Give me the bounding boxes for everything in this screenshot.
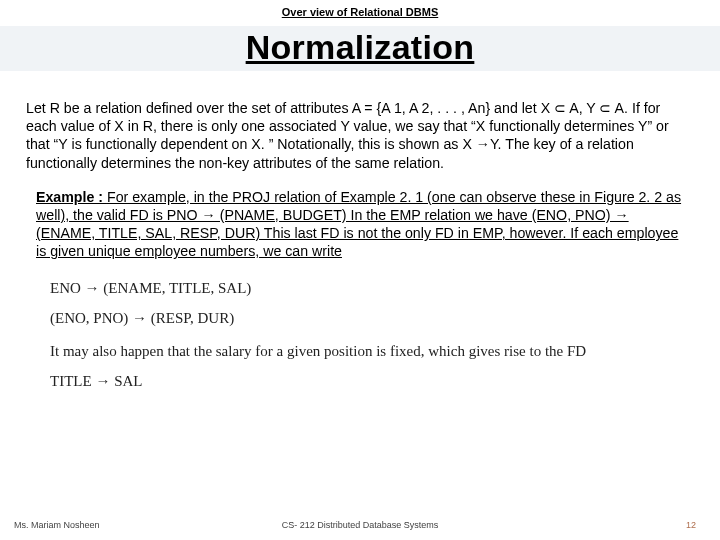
followup-text: It may also happen that the salary for a… xyxy=(26,333,694,361)
formula-line-2: (ENO, PNO) → (RESP, DUR) xyxy=(50,304,694,333)
footer-page-number: 12 xyxy=(686,520,696,530)
slide-title: Normalization xyxy=(0,28,720,67)
formula-block: ENO → (ENAME, TITLE, SAL) (ENO, PNO) → (… xyxy=(26,260,694,333)
example-text: For example, in the PROJ relation of Exa… xyxy=(36,189,681,260)
definition-paragraph: Let R be a relation defined over the set… xyxy=(26,99,694,172)
overview-header: Over view of Relational DBMS xyxy=(0,0,720,18)
content-area: Let R be a relation defined over the set… xyxy=(0,71,720,396)
footer-author: Ms. Mariam Nosheen xyxy=(14,520,100,530)
example-paragraph: Example : For example, in the PROJ relat… xyxy=(26,172,694,261)
title-band: Normalization xyxy=(0,26,720,71)
formula-block-2: TITLE → SAL xyxy=(26,361,694,396)
formula-line-3: TITLE → SAL xyxy=(50,367,694,396)
example-label: Example : xyxy=(36,189,107,205)
formula-line-1: ENO → (ENAME, TITLE, SAL) xyxy=(50,274,694,303)
footer-course: CS- 212 Distributed Database Systems xyxy=(282,520,439,530)
